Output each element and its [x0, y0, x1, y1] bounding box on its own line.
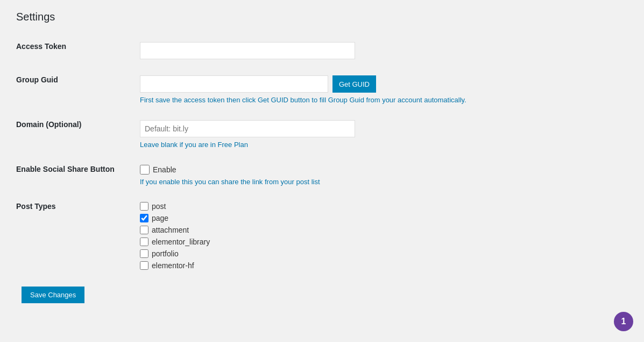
post-type-attachment-checkbox[interactable] [140, 226, 148, 234]
enable-social-share-label: Enable Social Share Button [16, 157, 135, 194]
enable-social-share-row: Enable Social Share Button Enable If you… [16, 157, 628, 194]
enable-checkbox-label[interactable]: Enable [153, 165, 176, 174]
group-guid-row: Group Guid Get GUID First save the acces… [16, 67, 628, 112]
post-type-page: page [140, 214, 622, 222]
access-token-row: Access Token [16, 34, 628, 67]
post-type-post-checkbox[interactable] [140, 202, 148, 211]
group-guid-description: First save the access token then click G… [140, 96, 622, 104]
access-token-input[interactable] [140, 42, 355, 59]
domain-label: Domain (Optional) [16, 112, 135, 157]
post-type-elementor-library: elementor_library [140, 238, 622, 246]
post-type-portfolio: portfolio [140, 249, 622, 258]
enable-social-share-cell: Enable If you enable this you can share … [135, 157, 628, 194]
enable-checkbox-row: Enable [140, 165, 622, 175]
post-type-portfolio-label[interactable]: portfolio [152, 249, 179, 258]
post-type-page-label[interactable]: page [152, 214, 168, 222]
post-types-label: Post Types [16, 194, 135, 281]
domain-row: Domain (Optional) Leave blank if you are… [16, 112, 628, 157]
notification-bubble[interactable]: 1 [614, 312, 633, 331]
settings-form-table: Access Token Group Guid Get GUID First s… [16, 34, 628, 281]
domain-cell: Leave blank if you are in Free Plan [135, 112, 628, 157]
post-types-cell: post page attachment elementor_library [135, 194, 628, 281]
get-guid-button[interactable]: Get GUID [332, 75, 376, 93]
post-type-page-checkbox[interactable] [140, 214, 148, 222]
access-token-cell [135, 34, 628, 67]
post-type-portfolio-checkbox[interactable] [140, 249, 148, 258]
group-guid-cell: Get GUID First save the access token the… [135, 67, 628, 112]
post-type-elementor-library-checkbox[interactable] [140, 238, 148, 246]
save-changes-button[interactable]: Save Changes [22, 287, 84, 303]
access-token-label: Access Token [16, 34, 135, 67]
notification-count: 1 [621, 317, 626, 326]
domain-description: Leave blank if you are in Free Plan [140, 141, 622, 149]
group-guid-input[interactable] [140, 75, 328, 93]
post-type-elementor-hf-checkbox[interactable] [140, 261, 148, 270]
post-type-attachment: attachment [140, 226, 622, 234]
enable-social-share-description: If you enable this you can share the lin… [140, 178, 622, 186]
enable-social-share-checkbox[interactable] [140, 165, 150, 175]
settings-container: Settings Access Token Group Guid Get GUI [0, 0, 644, 314]
domain-input[interactable] [140, 120, 355, 137]
page-title: Settings [16, 11, 628, 23]
post-type-elementor-hf-label[interactable]: elementor-hf [152, 261, 194, 270]
post-type-elementor-library-label[interactable]: elementor_library [152, 238, 210, 246]
group-guid-label: Group Guid [16, 67, 135, 112]
post-type-elementor-hf: elementor-hf [140, 261, 622, 270]
post-types-row: Post Types post page attachment [16, 194, 628, 281]
post-type-post-label[interactable]: post [152, 202, 166, 211]
post-type-post: post [140, 202, 622, 211]
post-type-attachment-label[interactable]: attachment [152, 226, 189, 234]
